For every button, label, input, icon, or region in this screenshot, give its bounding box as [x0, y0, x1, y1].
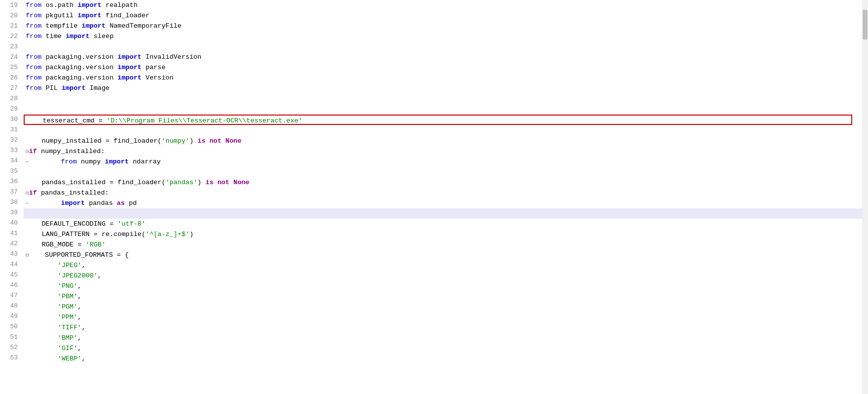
token-plain: numpy_installed = find_loader( [26, 137, 161, 145]
token-kw-none: None [233, 179, 249, 186]
line-number: 22 [4, 31, 18, 41]
line-number: 26 [4, 73, 18, 83]
token-plain: tempfile [41, 22, 81, 30]
code-line: from time import sleep [24, 31, 862, 41]
code-line [24, 125, 862, 136]
code-area: 1920212223242526272829303132333435363738… [0, 0, 862, 394]
line-number: 53 [4, 353, 18, 363]
code-line: RGB_MODE = 'RGB' [24, 239, 862, 250]
token-plain: pandas [85, 199, 117, 207]
token-kw-import: import [117, 64, 142, 71]
token-string: 'TIFF' [58, 324, 82, 331]
token-plain [29, 158, 61, 165]
code-line [24, 41, 862, 52]
token-kw-import: import [117, 74, 142, 81]
token-plain: ) [189, 231, 193, 238]
token-plain: pkgutil [41, 12, 77, 19]
token-plain: time [41, 33, 66, 40]
line-number: 36 [4, 176, 18, 187]
token-fold: ⌐ [26, 159, 29, 165]
code-line: ⊟ SUPPORTED_FORMATS = { [24, 250, 862, 260]
token-plain: SUPPORTED_FORMATS = { [29, 251, 129, 259]
token-plain: packaging.version [41, 64, 117, 71]
line-number: 31 [4, 124, 18, 135]
code-line: from os.path import realpath [24, 0, 862, 10]
token-plain: , [77, 345, 81, 352]
code-line: from tempfile import NamedTemporaryFile [24, 21, 862, 31]
token-fold: ⊟ [26, 190, 29, 196]
token-plain: , [77, 334, 81, 342]
token-string: 'PGM' [58, 303, 78, 311]
code-line: 'PGM', [24, 302, 862, 312]
line-number: 20 [4, 10, 18, 21]
line-number: 30 [4, 114, 18, 124]
token-plain: ) [197, 179, 205, 186]
token-string: 'PBM' [58, 293, 78, 300]
token-plain: LANG_PATTERN = re.compile( [26, 231, 145, 238]
token-kw-import: import [66, 33, 90, 40]
token-plain: , [81, 355, 85, 362]
code-line [24, 208, 862, 219]
line-number: 27 [4, 83, 18, 93]
token-plain: Version [142, 74, 174, 81]
token-string: 'JPEG2000' [58, 272, 98, 279]
code-line: ⌐ import pandas as pd [24, 198, 862, 208]
code-line: 'TIFF', [24, 322, 862, 333]
code-line: 'BMP', [24, 333, 862, 343]
token-string: 'pandas' [166, 179, 198, 186]
token-plain: sleep [90, 33, 114, 40]
token-plain [26, 314, 58, 321]
token-plain: Image [86, 84, 110, 92]
line-number: 32 [4, 135, 18, 145]
line-number: 41 [4, 228, 18, 238]
code-content[interactable]: from os.path import realpathfrom pkgutil… [24, 0, 862, 394]
token-plain: RGB_MODE = [26, 241, 86, 248]
code-line: ⊟if numpy_installed: [24, 146, 862, 157]
code-line: from pkgutil import find_loader [24, 10, 862, 21]
scrollbar-thumb[interactable] [863, 10, 868, 39]
token-plain: , [77, 293, 81, 300]
token-kw-import: import [77, 1, 102, 9]
token-plain [221, 137, 225, 145]
token-kw-is: is [206, 179, 214, 186]
token-plain: find_loader [102, 12, 149, 19]
code-line: ⊟if pandas_installed: [24, 188, 862, 198]
code-line: 'GIF', [24, 343, 862, 354]
line-number: 38 [4, 197, 18, 207]
token-string: 'BMP' [58, 334, 78, 342]
token-string: 'WEBP' [58, 355, 82, 362]
line-number: 29 [4, 104, 18, 114]
token-kw-not: not [217, 179, 229, 186]
line-number: 46 [4, 280, 18, 290]
token-plain: realpath [102, 1, 138, 9]
token-plain: tesseract_cmd = [27, 117, 107, 124]
code-line [24, 104, 862, 114]
line-number: 44 [4, 259, 18, 270]
line-number: 43 [4, 249, 18, 259]
line-number: 37 [4, 187, 18, 197]
token-plain: ndarray [129, 158, 161, 165]
line-number: 45 [4, 270, 18, 280]
token-plain [26, 345, 58, 352]
code-line: numpy_installed = find_loader('numpy') i… [24, 136, 862, 146]
token-kw-import: import [105, 158, 129, 165]
token-string: 'numpy' [161, 137, 189, 145]
line-number: 49 [4, 311, 18, 321]
token-plain: ) [189, 137, 197, 145]
token-kw-from: from [26, 74, 41, 81]
token-plain: packaging.version [41, 74, 117, 81]
token-plain: , [98, 272, 102, 279]
code-line: tesseract_cmd = 'D:\\Program Files\\Tess… [24, 115, 852, 125]
scrollbar[interactable] [862, 0, 868, 394]
line-number: 28 [4, 93, 18, 104]
token-plain [26, 355, 58, 362]
line-number: 23 [4, 41, 18, 52]
code-line: 'JPEG2000', [24, 271, 862, 281]
token-kw-from: from [26, 12, 41, 19]
code-line: 'PPM', [24, 312, 862, 322]
token-kw-from: from [61, 158, 76, 165]
token-fold: ⊟ [26, 149, 29, 155]
token-plain: numpy_installed: [37, 148, 105, 155]
line-number: 40 [4, 218, 18, 228]
line-number: 47 [4, 290, 18, 301]
